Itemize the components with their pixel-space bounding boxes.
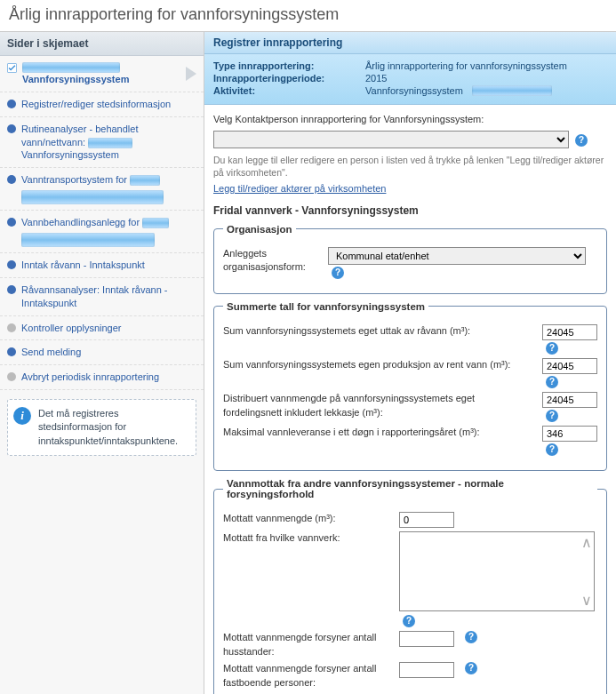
- sidebar-link[interactable]: Registrer/rediger stedsinformasjon: [21, 98, 171, 111]
- sidebar-link[interactable]: Send melding: [21, 346, 81, 359]
- redacted: [472, 85, 552, 96]
- distribuert-label: Distribuert vannmengde på vannforsynings…: [223, 392, 535, 419]
- legend-organisasjon: Organisasjon: [223, 224, 296, 235]
- page-title: Årlig innrapportering for vannforsynings…: [0, 0, 616, 31]
- husstander-label: Mottatt vannmengde forsyner antall husst…: [223, 631, 392, 658]
- bullet-icon: [7, 124, 16, 133]
- sidebar-item-vannbehandlingsanlegg[interactable]: Vannbehandlingsanlegg for: [0, 211, 204, 253]
- info-text: Det må registreres stedsinformasjon for …: [38, 408, 178, 446]
- bullet-icon: [7, 372, 16, 381]
- sidebar-link[interactable]: Avbryt periodisk innrapportering: [21, 371, 159, 384]
- main-panel: Registrer innrapportering Type innrappor…: [204, 32, 616, 694]
- help-icon[interactable]: ?: [465, 662, 477, 674]
- label-text: Vanntransportsystem for: [21, 174, 130, 185]
- personer-label: Mottatt vannmengde forsyner antall fastb…: [223, 662, 392, 690]
- label-text: Vannforsyningssystem: [21, 149, 119, 160]
- help-icon[interactable]: ?: [546, 410, 558, 422]
- org-form-select[interactable]: Kommunal etat/enhet: [328, 247, 586, 265]
- sidebar-header: Sider i skjemaet: [0, 32, 204, 56]
- bullet-icon: [7, 285, 16, 294]
- help-icon[interactable]: ?: [575, 134, 588, 147]
- sum-ravann-label: Sum vannforsyningssystemets eget uttak a…: [223, 324, 535, 338]
- layout-wrap: Sider i skjemaet Vannforsyningssystem Re…: [0, 31, 616, 694]
- main-header: Registrer innrapportering: [204, 32, 616, 54]
- redacted: [22, 62, 120, 73]
- sub-title: Fridal vannverk - Vannforsyningssystem: [213, 204, 607, 217]
- help-icon[interactable]: ?: [332, 267, 344, 279]
- sidebar-item-ravannsanalyser[interactable]: Råvannsanalyser: Inntak råvann - Inntaks…: [0, 278, 204, 316]
- sidebar-item-vanntransportsystem[interactable]: Vanntransportsystem for: [0, 168, 204, 211]
- help-icon[interactable]: ?: [546, 376, 558, 388]
- sidebar-item-avbryt[interactable]: Avbryt periodisk innrapportering: [0, 365, 204, 390]
- arrow-next-icon[interactable]: [186, 67, 196, 81]
- personer-input[interactable]: [399, 662, 454, 678]
- sum-ravann-input[interactable]: [542, 324, 597, 340]
- sidebar-item-rutineanalyser[interactable]: Rutineanalyser - behandlet vann/nettvann…: [0, 117, 204, 169]
- label-text: Vannbehandlingsanlegg for: [21, 217, 142, 227]
- body-section: Velg Kontaktperson innrapportering for V…: [204, 105, 616, 694]
- husstander-input[interactable]: [399, 631, 454, 647]
- check-icon: [7, 63, 17, 73]
- mottatt-mengde-label: Mottatt vannmengde (m³):: [223, 512, 392, 525]
- meta-period-label: Innrapporteringperiode:: [213, 73, 360, 84]
- sidebar-link[interactable]: Vanntransportsystem for: [21, 173, 164, 204]
- sidebar-link[interactable]: Vannforsyningssystem: [22, 74, 129, 84]
- mottatt-fra-textarea[interactable]: ∧ ∨: [399, 531, 595, 611]
- fieldset-summerte-tall: Summerte tall for vannforsyningssystem S…: [213, 301, 607, 471]
- help-icon[interactable]: ?: [546, 342, 558, 355]
- sum-rentvann-label: Sum vannforsyningssystemets egen produks…: [223, 358, 535, 371]
- scroll-down-icon[interactable]: ∨: [581, 592, 592, 609]
- fieldset-organisasjon: Organisasjon Anleggets organisasjonsform…: [213, 224, 607, 294]
- edit-actors-link[interactable]: Legg til/rediger aktører på virksomheten: [213, 183, 386, 194]
- bullet-icon: [7, 347, 16, 356]
- fieldset-vannmottak: Vannmottak fra andre vannforsyningssyste…: [213, 478, 607, 694]
- sidebar: Sider i skjemaet Vannforsyningssystem Re…: [0, 32, 204, 694]
- legend-vannmottak: Vannmottak fra andre vannforsyningssyste…: [223, 478, 597, 499]
- sidebar-link[interactable]: Inntak råvann - Inntakspunkt: [21, 259, 145, 272]
- info-box: i Det må registreres stedsinformasjon fo…: [7, 399, 196, 456]
- sidebar-link[interactable]: Rutineanalyser - behandlet vann/nettvann…: [21, 123, 196, 163]
- sidebar-link[interactable]: Kontroller opplysninger: [21, 322, 122, 335]
- maksimal-label: Maksimal vannleveranse i ett døgn i rapp…: [223, 426, 535, 439]
- bullet-icon: [7, 260, 16, 269]
- redacted: [130, 175, 160, 186]
- sidebar-item-inntak-ravann[interactable]: Inntak råvann - Inntakspunkt: [0, 253, 204, 278]
- redacted: [88, 138, 132, 148]
- hint-text: Du kan legge til eller redigere en perso…: [213, 154, 607, 179]
- sum-rentvann-input[interactable]: [542, 358, 597, 374]
- bullet-icon: [7, 323, 16, 332]
- sidebar-item-send-melding[interactable]: Send melding: [0, 340, 204, 365]
- mottatt-mengde-input[interactable]: [399, 512, 454, 528]
- sidebar-item-kontroller[interactable]: Kontroller opplysninger: [0, 316, 204, 341]
- mottatt-fra-label: Mottatt fra hvilke vannverk:: [223, 531, 392, 545]
- redacted: [142, 218, 169, 228]
- bullet-icon: [7, 175, 16, 184]
- meta-activity-value: Vannforsyningssystem: [365, 85, 463, 96]
- org-form-label: Anleggets organisasjonsform:: [223, 247, 321, 275]
- help-icon[interactable]: ?: [465, 631, 477, 643]
- meta-type-value: Årlig innrapportering for vannforsynings…: [365, 60, 567, 71]
- bullet-icon: [7, 218, 16, 227]
- bullet-icon: [7, 100, 16, 108]
- redacted: [21, 233, 155, 247]
- info-icon: i: [13, 407, 31, 425]
- help-icon[interactable]: ?: [546, 443, 558, 456]
- distribuert-input[interactable]: [542, 392, 597, 408]
- contact-select[interactable]: [213, 131, 569, 148]
- sidebar-item-vannforsyningssystem[interactable]: Vannforsyningssystem: [0, 56, 204, 92]
- meta-type-label: Type innrapportering:: [213, 60, 360, 71]
- redacted: [21, 190, 164, 204]
- sidebar-link[interactable]: Vannbehandlingsanlegg for: [21, 216, 169, 247]
- sidebar-item-stedsinformasjon[interactable]: Registrer/rediger stedsinformasjon: [0, 92, 204, 117]
- meta-activity-label: Aktivitet:: [213, 85, 360, 96]
- meta-block: Type innrapportering: Årlig innrapporter…: [204, 54, 616, 105]
- legend-summerte-tall: Summerte tall for vannforsyningssystem: [223, 301, 428, 312]
- sidebar-link[interactable]: Råvannsanalyser: Inntak råvann - Inntaks…: [21, 283, 196, 310]
- contact-label: Velg Kontaktperson innrapportering for V…: [213, 112, 607, 127]
- scroll-up-icon[interactable]: ∧: [581, 534, 592, 551]
- help-icon[interactable]: ?: [403, 615, 415, 627]
- maksimal-input[interactable]: [542, 426, 597, 442]
- meta-period-value: 2015: [365, 73, 387, 84]
